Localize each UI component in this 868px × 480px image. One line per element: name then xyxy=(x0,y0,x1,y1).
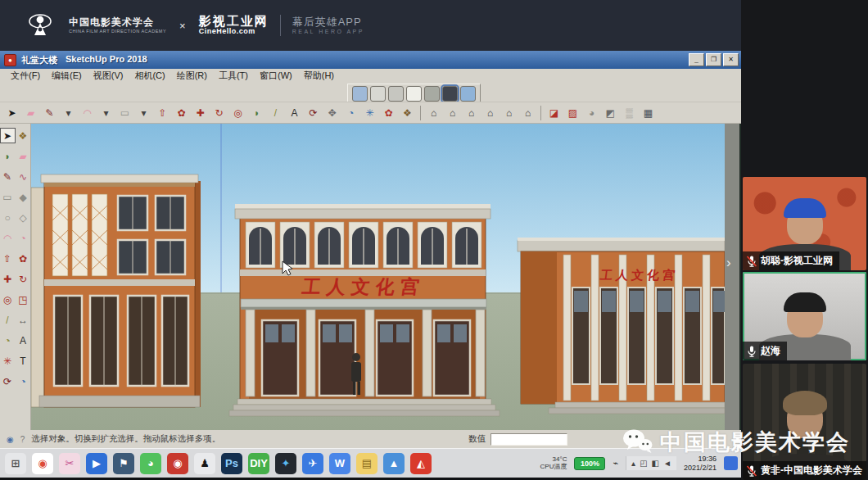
sketchup-titlebar[interactable]: ● 礼堂大楼 SketchUp Pro 2018 _ ❐ ✕ xyxy=(0,51,743,69)
left-view-icon[interactable]: ⌂ xyxy=(501,105,517,120)
participant-tile[interactable]: 黄非-中国电影美术学会 xyxy=(743,364,866,480)
fog-icon[interactable]: ▒ xyxy=(622,105,637,120)
styles-icon[interactable]: ▦ xyxy=(640,105,656,120)
shadows-icon[interactable]: ◩ xyxy=(603,105,618,120)
hidden-line-style-icon[interactable] xyxy=(406,86,422,102)
ime-icon[interactable] xyxy=(724,456,738,470)
polygon-icon[interactable]: ◇ xyxy=(16,210,31,225)
front-view-icon[interactable]: ⌂ xyxy=(463,105,479,120)
show-desktop-icon[interactable]: ⊞ xyxy=(5,453,26,474)
orbit-tool-icon[interactable]: ⟳ xyxy=(305,105,321,120)
diy-app-icon[interactable]: DIY xyxy=(248,453,269,474)
menu-item[interactable]: 相机(C) xyxy=(129,70,170,82)
follow-me-tool-icon[interactable]: ✿ xyxy=(174,105,189,120)
menu-item[interactable]: 窗口(W) xyxy=(254,70,298,82)
axes-icon[interactable]: ✳ xyxy=(0,353,16,369)
tape-measure-icon[interactable]: / xyxy=(0,312,16,328)
text-icon[interactable]: A xyxy=(16,333,31,348)
clip-pink-app-icon[interactable]: ✂ xyxy=(59,453,80,474)
nav-app-icon[interactable]: ⚑ xyxy=(113,453,134,474)
close-button[interactable]: ✕ xyxy=(723,53,739,66)
section-display-icon[interactable]: ◕ xyxy=(584,105,599,120)
arc-icon[interactable]: ◠ xyxy=(0,230,16,246)
files-app-icon[interactable]: ▤ xyxy=(356,453,377,474)
battery-indicator[interactable]: 100% xyxy=(574,457,605,470)
panel-collapse-strip[interactable]: › xyxy=(725,124,743,430)
sketchup-app-icon[interactable]: ◭ xyxy=(410,453,432,474)
zoom-tool-icon[interactable]: ◔ xyxy=(343,105,359,120)
tray-volume-icon[interactable]: ◄ xyxy=(663,459,671,468)
wireframe-style-icon[interactable] xyxy=(388,86,404,102)
mountain-app-icon[interactable]: ▲ xyxy=(383,453,405,474)
scale-icon[interactable]: ◳ xyxy=(16,292,31,307)
offset-icon[interactable]: ◎ xyxy=(0,292,16,307)
make-component-icon[interactable]: ❖ xyxy=(16,128,31,143)
offset-tool-icon[interactable]: ◎ xyxy=(230,105,246,120)
tray-expand-icon[interactable]: ▴ xyxy=(631,459,635,468)
tray-app-icon[interactable]: ◰ xyxy=(640,459,647,468)
iso-view-icon[interactable]: ⌂ xyxy=(426,105,441,120)
help-icon[interactable]: ? xyxy=(20,435,25,444)
bird-app-icon[interactable]: ✈ xyxy=(302,453,323,474)
section-fill-icon[interactable]: ▨ xyxy=(565,105,581,120)
monochrome-style-icon[interactable] xyxy=(460,86,476,102)
3d-text-icon[interactable]: T xyxy=(16,353,31,369)
shaded-textures-style-icon[interactable] xyxy=(442,86,458,102)
qq-icon[interactable]: ♟ xyxy=(194,453,215,474)
move-icon[interactable]: ✚ xyxy=(0,271,16,287)
line-dropdown-icon[interactable]: ▾ xyxy=(61,105,76,120)
menu-item[interactable]: 视图(V) xyxy=(88,70,129,82)
chevron-right-icon[interactable]: › xyxy=(726,255,731,271)
restore-button[interactable]: ❐ xyxy=(706,53,721,66)
eraser-tool-icon[interactable]: ▰ xyxy=(23,105,38,120)
rotated-rectangle-icon[interactable]: ◆ xyxy=(16,189,31,205)
zoom-icon[interactable]: ◔ xyxy=(16,374,31,389)
line-tool-icon[interactable]: ✎ xyxy=(42,105,57,120)
tape-measure-tool-icon[interactable]: / xyxy=(268,105,283,120)
tray-network-icon[interactable]: ◧ xyxy=(652,459,659,468)
participant-tile[interactable]: 胡聪-影视工业网 xyxy=(743,177,866,270)
section-plane-icon[interactable]: ◪ xyxy=(546,105,562,120)
chrome-icon[interactable]: ◉ xyxy=(32,453,53,474)
circle-icon[interactable]: ○ xyxy=(0,210,16,225)
text-tool-icon[interactable]: A xyxy=(287,105,302,120)
minimize-button[interactable]: _ xyxy=(689,53,704,66)
top-view-icon[interactable]: ⌂ xyxy=(445,105,460,120)
line-icon[interactable]: ✎ xyxy=(0,169,16,184)
geolocation-icon[interactable]: ◉ xyxy=(7,435,14,444)
red-circle-app-icon[interactable]: ◉ xyxy=(167,453,188,474)
menu-item[interactable]: 绘图(R) xyxy=(171,70,213,82)
photoshop-icon[interactable]: Ps xyxy=(221,453,242,474)
zoom-extents-icon[interactable]: ✳ xyxy=(362,105,377,120)
back-view-icon[interactable]: ⌂ xyxy=(482,105,498,120)
orbit-icon[interactable]: ⟳ xyxy=(0,374,16,389)
select-tool-icon[interactable]: ➤ xyxy=(4,105,20,120)
menu-item[interactable]: 文件(F) xyxy=(5,70,46,82)
right-view-icon[interactable]: ⌂ xyxy=(520,105,536,120)
materials-icon[interactable]: ✿ xyxy=(381,105,396,120)
components-icon[interactable]: ❖ xyxy=(400,105,415,120)
protractor-icon[interactable]: ◔ xyxy=(0,333,16,348)
freehand-icon[interactable]: ∿ xyxy=(16,169,31,184)
paint-bucket-tool-icon[interactable]: ◗ xyxy=(249,105,264,120)
back-edges-style-icon[interactable] xyxy=(370,86,386,102)
wps-icon[interactable]: W xyxy=(329,453,350,474)
dimension-icon[interactable]: ↔ xyxy=(16,312,31,328)
menu-item[interactable]: 帮助(H) xyxy=(298,70,340,82)
rotate-icon[interactable]: ↻ xyxy=(16,271,31,287)
arc-tool-icon[interactable]: ◠ xyxy=(79,105,95,120)
rotate-tool-icon[interactable]: ↻ xyxy=(211,105,227,120)
select-tool-icon[interactable]: ➤ xyxy=(0,128,16,143)
measurement-input[interactable] xyxy=(491,433,567,446)
wechat-icon[interactable]: ◕ xyxy=(140,453,161,474)
xray-style-icon[interactable] xyxy=(352,86,368,102)
pan-tool-icon[interactable]: ✥ xyxy=(324,105,340,120)
video-meeting-app-icon[interactable]: ▶ xyxy=(86,453,107,474)
menu-item[interactable]: 工具(T) xyxy=(213,70,254,82)
move-tool-icon[interactable]: ✚ xyxy=(192,105,208,120)
participant-tile[interactable]: 赵海 xyxy=(743,272,866,360)
follow-me-icon[interactable]: ✿ xyxy=(16,251,31,266)
paint-bucket-icon[interactable]: ◗ xyxy=(0,148,16,164)
rectangle-icon[interactable]: ▭ xyxy=(0,189,16,205)
editor-app-icon[interactable]: ✦ xyxy=(275,453,296,474)
